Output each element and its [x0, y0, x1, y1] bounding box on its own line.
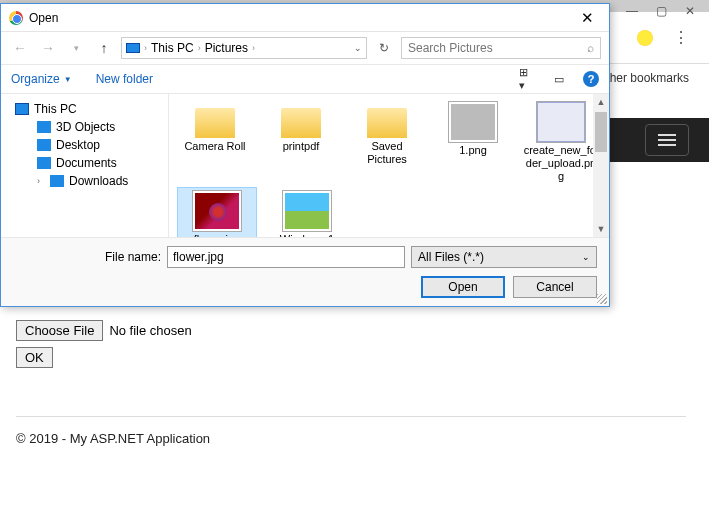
filename-input[interactable]: [167, 246, 405, 268]
resize-grip[interactable]: [597, 294, 607, 304]
chevron-right-icon: ›: [144, 43, 147, 53]
tree-documents[interactable]: Documents: [5, 154, 164, 172]
file-create-new[interactable]: create_new_folder_upload.png: [521, 98, 601, 187]
nav-forward-button[interactable]: →: [37, 40, 59, 56]
image-thumb-icon: [537, 102, 585, 142]
refresh-button[interactable]: ↻: [373, 41, 395, 55]
file-open-dialog: Open ✕ ← → ▾ ↑ › This PC › Pictures › ⌄ …: [0, 3, 610, 307]
organize-menu[interactable]: Organize▼: [11, 72, 72, 86]
breadcrumb-dropdown-icon[interactable]: ⌄: [354, 43, 362, 53]
file-camera-roll[interactable]: Camera Roll: [177, 98, 253, 187]
pc-icon: [126, 43, 140, 53]
footer-text: © 2019 - My ASP.NET Application: [16, 431, 686, 446]
folder-tree: This PC 3D Objects Desktop Documents › D…: [1, 94, 169, 237]
browser-maximize-button[interactable]: ▢: [656, 4, 667, 18]
chevron-down-icon: ⌄: [582, 252, 590, 262]
nav-up-button[interactable]: ↑: [93, 40, 115, 56]
ok-button[interactable]: OK: [16, 347, 53, 368]
new-folder-button[interactable]: New folder: [96, 72, 153, 86]
tree-this-pc[interactable]: This PC: [5, 100, 164, 118]
chrome-icon: [9, 11, 23, 25]
browser-minimize-button[interactable]: —: [626, 4, 638, 18]
image-thumb-icon: [449, 102, 497, 142]
scrollbar-thumb[interactable]: [595, 112, 607, 152]
nav-back-button[interactable]: ←: [9, 40, 31, 56]
preview-pane-button[interactable]: ▭: [551, 72, 567, 86]
extension-icon[interactable]: [637, 30, 653, 46]
browser-menu-button[interactable]: ⋮: [673, 28, 689, 47]
divider: [16, 416, 686, 417]
scroll-up-icon[interactable]: ▲: [593, 94, 609, 110]
scroll-down-icon[interactable]: ▼: [593, 221, 609, 237]
dialog-close-button[interactable]: ✕: [573, 9, 601, 27]
file-saved-pictures[interactable]: Saved Pictures: [349, 98, 425, 187]
other-bookmarks-button[interactable]: ther bookmarks: [606, 71, 689, 85]
chevron-right-icon: ›: [252, 43, 255, 53]
browser-close-button[interactable]: ✕: [685, 4, 695, 18]
folder-icon: [195, 108, 235, 138]
search-input[interactable]: Search Pictures ⌕: [401, 37, 601, 59]
view-options-button[interactable]: ⊞ ▾: [519, 72, 535, 86]
hamburger-menu-button[interactable]: [645, 124, 689, 156]
file-1-png[interactable]: 1.png: [435, 98, 511, 187]
filename-label: File name:: [101, 250, 161, 264]
download-icon: [50, 175, 64, 187]
no-file-chosen-label: No file chosen: [109, 323, 191, 338]
file-printpdf[interactable]: printpdf: [263, 98, 339, 187]
folder-icon: [367, 108, 407, 138]
breadcrumb-pictures[interactable]: Pictures: [205, 41, 248, 55]
search-placeholder: Search Pictures: [408, 41, 493, 55]
chevron-right-icon: ›: [198, 43, 201, 53]
document-icon: [37, 157, 51, 169]
search-icon: ⌕: [587, 41, 594, 55]
open-button[interactable]: Open: [421, 276, 505, 298]
scrollbar[interactable]: ▲ ▼: [593, 94, 609, 237]
dialog-title: Open: [29, 11, 573, 25]
breadcrumb-this-pc[interactable]: This PC: [151, 41, 194, 55]
chevron-down-icon: ▼: [64, 75, 72, 84]
tree-downloads[interactable]: › Downloads: [5, 172, 164, 190]
tree-desktop[interactable]: Desktop: [5, 136, 164, 154]
nav-recent-dropdown[interactable]: ▾: [65, 43, 87, 53]
image-thumb-icon: [193, 191, 241, 231]
tree-3d-objects[interactable]: 3D Objects: [5, 118, 164, 136]
pc-icon: [15, 103, 29, 115]
file-windows-1[interactable]: Windows-1: [267, 187, 347, 237]
image-thumb-icon: [283, 191, 331, 231]
folder-icon: [281, 108, 321, 138]
choose-file-button[interactable]: Choose File: [16, 320, 103, 341]
cancel-button[interactable]: Cancel: [513, 276, 597, 298]
file-list: Camera Roll printpdf Saved Pictures 1.pn…: [169, 94, 609, 237]
cube-icon: [37, 121, 51, 133]
file-flower-selected[interactable]: flower.jpg: [177, 187, 257, 237]
chevron-right-icon: ›: [37, 176, 45, 186]
file-type-select[interactable]: All Files (*.*) ⌄: [411, 246, 597, 268]
help-button[interactable]: ?: [583, 71, 599, 87]
breadcrumb[interactable]: › This PC › Pictures › ⌄: [121, 37, 367, 59]
desktop-icon: [37, 139, 51, 151]
